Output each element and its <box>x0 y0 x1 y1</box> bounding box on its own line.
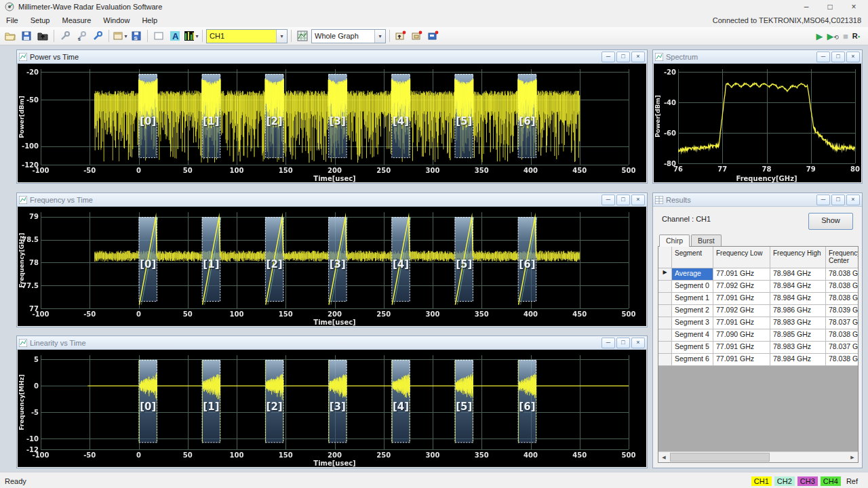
setup-s-button[interactable]: s <box>74 28 89 43</box>
col-header-segment[interactable]: Segment <box>672 247 713 268</box>
channel-chip-ch4[interactable]: CH4 <box>821 476 841 486</box>
play-icon[interactable]: ▶ <box>816 32 823 41</box>
show-button[interactable]: Show <box>808 213 853 230</box>
save-setup-button[interactable]: S <box>129 28 144 43</box>
cell-segment[interactable]: Average <box>672 268 713 281</box>
panel-maximize-icon[interactable]: □ <box>616 52 630 62</box>
cell-segment[interactable]: Segment 0 <box>672 281 713 293</box>
setup-button[interactable] <box>58 28 73 43</box>
panel-close-icon[interactable]: × <box>846 195 860 205</box>
cell-frequency-low[interactable]: 77.090 GHz <box>713 329 770 342</box>
linearity-vs-time-titlebar[interactable]: Linearity vs Time ─□× <box>17 336 647 350</box>
cell-frequency-center[interactable]: 78.039 GHz <box>826 305 858 317</box>
panel-minimize-icon[interactable]: ─ <box>816 195 830 205</box>
cell-frequency-low[interactable]: 77.091 GHz <box>713 342 770 354</box>
results-titlebar[interactable]: Results ─□× <box>653 193 862 207</box>
cell-frequency-high[interactable]: 78.984 GHz <box>770 281 826 293</box>
cell-frequency-high[interactable]: 78.983 GHz <box>770 342 826 354</box>
cell-frequency-center[interactable]: 78.038 GHz <box>826 354 858 366</box>
panel-close-icon[interactable]: × <box>631 52 645 62</box>
table-row[interactable]: Segment 5 77.091 GHz 78.983 GHz 78.037 G… <box>658 342 858 354</box>
panel-minimize-icon[interactable]: ─ <box>816 52 830 62</box>
cell-frequency-low[interactable]: 77.091 GHz <box>713 293 770 305</box>
cell-segment[interactable]: Segment 5 <box>672 342 713 354</box>
window-maximize-icon[interactable]: □ <box>820 2 840 12</box>
linearity-vs-time-canvas[interactable] <box>18 350 646 467</box>
panel-minimize-icon[interactable]: ─ <box>601 52 615 62</box>
panel-maximize-icon[interactable]: □ <box>831 195 845 205</box>
cell-segment[interactable]: Segment 4 <box>672 329 713 342</box>
cell-frequency-high[interactable]: 78.986 GHz <box>770 305 826 317</box>
table-row[interactable]: Segment 0 77.092 GHz 78.984 GHz 78.038 G… <box>658 281 858 293</box>
table-row[interactable]: Segment 2 77.092 GHz 78.986 GHz 78.039 G… <box>658 305 858 317</box>
connect-button[interactable] <box>90 28 105 43</box>
tab-burst[interactable]: Burst <box>691 235 722 246</box>
cell-frequency-center[interactable]: 78.038 GHz <box>826 293 858 305</box>
cell-segment[interactable]: Segment 3 <box>672 317 713 329</box>
cell-frequency-low[interactable]: 77.091 GHz <box>713 354 770 366</box>
menu-help[interactable]: Help <box>136 15 163 26</box>
channel-select[interactable]: CH1 ▾ <box>206 29 288 43</box>
cell-frequency-center[interactable]: 78.037 GHz <box>826 317 858 329</box>
graph-grid-button[interactable] <box>295 28 310 43</box>
spectrum-canvas[interactable] <box>654 64 861 182</box>
graph-color-button[interactable]: ▾ <box>184 28 199 43</box>
cell-frequency-high[interactable]: 78.985 GHz <box>770 329 826 342</box>
horizontal-scrollbar[interactable]: ◀ ▶ <box>658 451 858 462</box>
record-icon[interactable]: R▪ <box>852 32 860 40</box>
graph-arrange-button[interactable] <box>410 28 425 43</box>
graph-save-button[interactable] <box>426 28 441 43</box>
cell-segment[interactable]: Segment 2 <box>672 305 713 317</box>
panel-maximize-icon[interactable]: □ <box>616 338 630 348</box>
menu-window[interactable]: Window <box>97 15 136 26</box>
panel-maximize-icon[interactable]: □ <box>616 195 630 205</box>
table-row[interactable]: ▶ Average 77.091 GHz 78.984 GHz 78.038 G… <box>658 268 858 281</box>
replay-icon[interactable]: ▶⟲ <box>827 32 839 41</box>
cell-frequency-center[interactable]: 78.037 GHz <box>826 342 858 354</box>
window-close-icon[interactable]: × <box>844 2 864 12</box>
table-row[interactable]: Segment 1 77.091 GHz 78.984 GHz 78.038 G… <box>658 293 858 305</box>
table-row[interactable]: Segment 4 77.090 GHz 78.985 GHz 78.038 G… <box>658 329 858 342</box>
cell-frequency-low[interactable]: 77.092 GHz <box>713 281 770 293</box>
panel-minimize-icon[interactable]: ─ <box>601 338 615 348</box>
col-header-frequency-center[interactable]: Frequency Center <box>826 247 858 268</box>
cell-frequency-high[interactable]: 78.984 GHz <box>770 354 826 366</box>
cell-frequency-center[interactable]: 78.038 GHz <box>826 329 858 342</box>
cell-frequency-high[interactable]: 78.983 GHz <box>770 317 826 329</box>
export-button[interactable] <box>35 28 50 43</box>
panel-close-icon[interactable]: × <box>631 338 645 348</box>
frequency-vs-time-titlebar[interactable]: Frequency vs Time ─□× <box>17 193 647 207</box>
chevron-down-icon[interactable]: ▾ <box>276 30 287 43</box>
save-button[interactable] <box>19 28 34 43</box>
cell-frequency-low[interactable]: 77.091 GHz <box>713 317 770 329</box>
cell-frequency-center[interactable]: 78.038 GHz <box>826 268 858 281</box>
col-header-frequency-low[interactable]: Frequency Low <box>713 247 770 268</box>
table-row[interactable]: Segment 3 77.091 GHz 78.983 GHz 78.037 G… <box>658 317 858 329</box>
spectrum-titlebar[interactable]: Spectrum ─□× <box>653 50 862 64</box>
tab-chirp[interactable]: Chirp <box>659 235 690 247</box>
channel-chip-ch1[interactable]: CH1 <box>751 476 772 486</box>
open-button[interactable] <box>3 28 18 43</box>
stop-icon[interactable]: ■ <box>843 32 848 41</box>
chevron-down-icon[interactable]: ▾ <box>374 30 385 43</box>
channel-chip-ref[interactable]: Ref <box>844 476 861 486</box>
cell-frequency-center[interactable]: 78.038 GHz <box>826 281 858 293</box>
scroll-right-icon[interactable]: ▶ <box>847 455 858 460</box>
graph-mode-select[interactable]: Whole Graph ▾ <box>311 29 386 43</box>
panel-minimize-icon[interactable]: ─ <box>601 195 615 205</box>
window-layout-button[interactable]: ▾ <box>113 28 127 43</box>
panel-close-icon[interactable]: × <box>631 195 645 205</box>
menu-setup[interactable]: Setup <box>24 15 56 26</box>
cell-segment[interactable]: Segment 6 <box>672 354 713 366</box>
panel-close-icon[interactable]: × <box>846 52 860 62</box>
scrollbar-thumb[interactable] <box>670 453 770 462</box>
cell-segment[interactable]: Segment 1 <box>672 293 713 305</box>
annotation-button[interactable]: A <box>167 28 182 43</box>
table-row[interactable]: Segment 6 77.091 GHz 78.984 GHz 78.038 G… <box>658 354 858 366</box>
frequency-vs-time-canvas[interactable] <box>18 207 646 326</box>
panel-maximize-icon[interactable]: □ <box>831 52 845 62</box>
display-button[interactable] <box>151 28 166 43</box>
menu-measure[interactable]: Measure <box>56 15 97 26</box>
cell-frequency-low[interactable]: 77.091 GHz <box>713 268 770 281</box>
col-header-frequency-high[interactable]: Frequency High <box>770 247 826 268</box>
